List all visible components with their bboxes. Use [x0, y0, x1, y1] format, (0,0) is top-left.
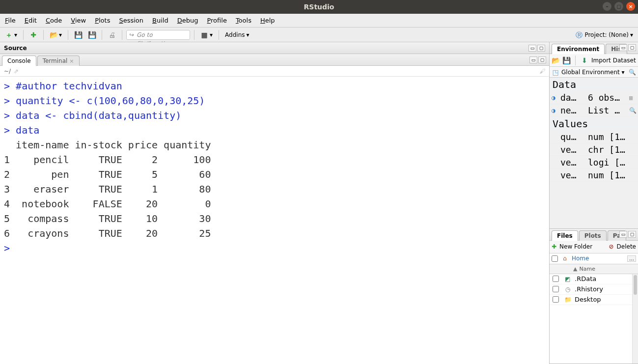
tab-terminal[interactable]: Terminal× — [37, 56, 80, 66]
project-menu[interactable]: Ⓡ Project: (None) ▾ — [573, 30, 635, 40]
file-row[interactable]: ◷.Rhistory — [550, 284, 638, 295]
window-maximize-button[interactable]: ◻ — [614, 2, 623, 11]
env-value-row[interactable]: ve…logi [… — [550, 156, 638, 169]
menu-plots[interactable]: Plots — [95, 17, 110, 24]
files-toolbar: ✚ New Folder ⊘ Delete — [550, 241, 638, 253]
save-all-button[interactable]: 💾 — [86, 30, 98, 40]
folder-icon: 📁 — [564, 296, 572, 304]
tab-environment[interactable]: Environment — [552, 44, 605, 54]
env-var-name: ve… — [560, 157, 586, 168]
console-popout-icon[interactable]: ⇗ — [14, 68, 19, 75]
new-folder-button[interactable]: New Folder — [559, 243, 592, 250]
env-var-name: qu… — [560, 132, 586, 142]
console-output[interactable]: > #author techvidvan > quantity <- c(100… — [0, 77, 549, 364]
env-var-name: ne… — [560, 105, 586, 115]
close-icon[interactable]: × — [69, 58, 74, 64]
env-search-icon[interactable]: 🔍 — [629, 69, 636, 76]
tab-files[interactable]: Files — [552, 230, 578, 241]
plus-cube-icon: ✚ — [29, 31, 37, 39]
env-var-name: ve… — [560, 144, 586, 155]
menu-profile[interactable]: Profile — [207, 17, 226, 24]
grid-icon: ▦ — [200, 31, 208, 39]
search-icon[interactable]: 🔍 — [629, 107, 636, 114]
new-file-button[interactable]: ＋▾ — [3, 30, 19, 40]
source-pane-header: Source ▭ ▢ — [0, 42, 549, 54]
env-data-row[interactable]: ◑ne…List …🔍 — [550, 104, 638, 117]
file-row[interactable]: 📁Desktop — [550, 295, 638, 305]
menu-session[interactable]: Session — [119, 17, 143, 24]
env-maximize-button[interactable]: ▢ — [628, 44, 636, 51]
save-button[interactable]: 💾 — [72, 30, 84, 40]
goto-file-input[interactable]: Go to file/function — [126, 30, 190, 40]
env-minimize-button[interactable]: ▭ — [619, 44, 627, 51]
clear-console-icon[interactable]: 🖌 — [539, 68, 545, 75]
menu-tools[interactable]: Tools — [236, 17, 251, 24]
file-name[interactable]: .RData — [575, 275, 596, 282]
new-project-button[interactable]: ✚ — [28, 30, 39, 40]
env-toolbar: 📂 💾 ⬇ Import Dataset — [550, 54, 638, 67]
menu-build[interactable]: Build — [152, 17, 168, 24]
print-button[interactable]: 🖨 — [106, 30, 118, 40]
breadcrumb-home[interactable]: Home — [572, 255, 589, 262]
table-icon[interactable]: ▦ — [629, 94, 636, 101]
file-checkbox[interactable] — [553, 286, 559, 292]
history-file-icon: ◷ — [564, 285, 572, 293]
select-all-checkbox[interactable] — [552, 255, 558, 262]
files-minimize-button[interactable]: ▭ — [619, 231, 627, 238]
folder-open-icon: 📂 — [50, 31, 57, 39]
file-name[interactable]: Desktop — [575, 296, 601, 303]
env-value-row[interactable]: ve…num [1… — [550, 169, 638, 182]
sort-indicator-icon[interactable]: ▲ — [573, 266, 577, 272]
console-working-dir: ~/ ⇗ 🖌 — [0, 66, 549, 77]
menubar: File Edit Code View Plots Session Build … — [0, 14, 638, 28]
plus-icon: ＋ — [5, 31, 13, 39]
env-value-row[interactable]: ve…chr [1… — [550, 143, 638, 156]
import-dataset-button[interactable]: Import Dataset — [591, 57, 636, 64]
env-var-value: chr [1… — [588, 144, 636, 155]
window-title: RStudio — [304, 3, 334, 11]
tab-console[interactable]: Console — [2, 56, 36, 66]
col-name[interactable]: Name — [579, 266, 595, 272]
env-var-value: logi [… — [588, 157, 636, 168]
console-maximize-button[interactable]: ▢ — [538, 56, 546, 63]
console-minimize-button[interactable]: ▭ — [529, 56, 537, 63]
scope-icon: ◳ — [552, 68, 559, 76]
menu-view[interactable]: View — [71, 17, 86, 24]
env-value-row[interactable]: qu…num [1… — [550, 131, 638, 143]
env-data-row[interactable]: ◑da…6 obs…▦ — [550, 91, 638, 104]
files-more-button[interactable]: … — [627, 255, 636, 262]
file-row[interactable]: ◩.RData — [550, 274, 638, 284]
menu-help[interactable]: Help — [260, 17, 275, 24]
source-minimize-button[interactable]: ▭ — [528, 45, 536, 52]
tab-plots[interactable]: Plots — [579, 230, 607, 241]
files-scrollbar[interactable] — [632, 274, 638, 364]
delete-button[interactable]: Delete — [617, 243, 636, 250]
menu-edit[interactable]: Edit — [25, 17, 37, 24]
addins-menu[interactable]: Addins ▾ — [223, 30, 251, 39]
env-scope-select[interactable]: Global Environment ▾ — [561, 69, 625, 76]
file-name[interactable]: .Rhistory — [575, 285, 603, 293]
console-tabs: Console Terminal× ▭ ▢ — [0, 54, 549, 66]
home-icon: ⌂ — [561, 254, 569, 262]
files-maximize-button[interactable]: ▢ — [628, 231, 636, 238]
delete-icon: ⊘ — [609, 243, 614, 250]
grid-view-button[interactable]: ▦▾ — [198, 30, 215, 40]
file-checkbox[interactable] — [553, 276, 559, 282]
save-workspace-icon[interactable]: 💾 — [562, 56, 570, 64]
open-file-button[interactable]: 📂▾ — [48, 30, 64, 40]
main-toolbar: ＋▾ ✚ 📂▾ 💾 💾 🖨 Go to file/function ▦▾ Add… — [0, 28, 638, 42]
file-checkbox[interactable] — [553, 296, 559, 303]
env-var-value: num [1… — [588, 170, 636, 180]
menu-file[interactable]: File — [5, 17, 16, 24]
load-workspace-icon[interactable]: 📂 — [552, 56, 559, 64]
import-dataset-icon: ⬇ — [581, 56, 588, 64]
window-close-button[interactable]: × — [626, 2, 635, 11]
window-minimize-button[interactable]: – — [603, 2, 611, 11]
expand-icon[interactable]: ◑ — [552, 94, 558, 101]
env-var-value: num [1… — [588, 132, 636, 142]
menu-debug[interactable]: Debug — [177, 17, 198, 24]
files-breadcrumb: ⌂ Home … — [550, 253, 638, 264]
expand-icon[interactable]: ◑ — [552, 107, 558, 114]
menu-code[interactable]: Code — [46, 17, 62, 24]
source-maximize-button[interactable]: ▢ — [537, 45, 545, 52]
